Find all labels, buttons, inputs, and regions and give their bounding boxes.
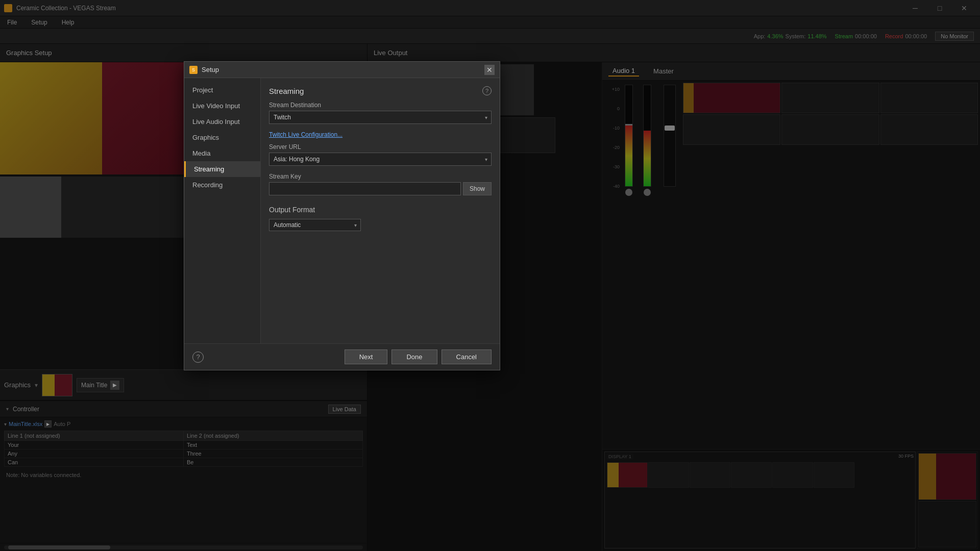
dialog-title-text: Setup [202,66,480,73]
done-button[interactable]: Done [391,349,437,364]
dialog-close-button[interactable]: ✕ [484,65,495,75]
stream-destination-label: Stream Destination [269,102,492,109]
setup-dialog: S Setup ✕ Project Live Video Input Live … [184,61,500,370]
server-url-select[interactable]: Asia: Hong Kong US West US East Europe [269,153,492,166]
stream-key-label: Stream Key [269,173,492,180]
output-format-title: Output Format [269,206,492,214]
dialog-icon: S [189,66,198,74]
stream-key-input[interactable] [269,182,461,195]
sidebar-item-project[interactable]: Project [184,82,260,98]
dialog-overlay: S Setup ✕ Project Live Video Input Live … [0,0,980,551]
dialog-footer: ? Next Done Cancel [184,343,500,370]
streaming-section-title: Streaming ? [269,86,492,95]
server-url-select-wrapper: Asia: Hong Kong US West US East Europe ▾ [269,153,492,166]
sidebar-item-media[interactable]: Media [184,145,260,161]
cancel-button[interactable]: Cancel [442,349,492,364]
sidebar-item-live-video-input[interactable]: Live Video Input [184,98,260,114]
dialog-sidebar: Project Live Video Input Live Audio Inpu… [184,78,261,343]
output-format-select[interactable]: Automatic 720p30 1080p30 1080p60 [269,219,361,231]
stream-destination-group: Stream Destination Twitch YouTube Facebo… [269,102,492,124]
twitch-config-link[interactable]: Twitch Live Configuration... [269,131,492,138]
sidebar-item-streaming[interactable]: Streaming [184,161,260,177]
sidebar-item-recording[interactable]: Recording [184,177,260,193]
stream-destination-select-wrapper: Twitch YouTube Facebook Live Custom RTMP… [269,111,492,124]
dialog-content: Streaming ? Stream Destination Twitch Yo… [261,78,500,343]
stream-key-input-row: Show [269,182,492,195]
dialog-body: Project Live Video Input Live Audio Inpu… [184,78,500,343]
show-stream-key-button[interactable]: Show [463,182,492,195]
server-url-label: Server URL [269,143,492,151]
help-icon[interactable]: ? [482,86,492,95]
footer-help-icon[interactable]: ? [192,352,204,363]
next-button[interactable]: Next [345,349,388,364]
stream-key-group: Stream Key Show [269,173,492,195]
footer-left: ? [192,352,340,363]
output-format-group: Output Format Automatic 720p30 1080p30 1… [269,206,492,231]
output-format-select-wrapper: Automatic 720p30 1080p30 1080p60 ▾ [269,219,361,231]
sidebar-item-live-audio-input[interactable]: Live Audio Input [184,114,260,130]
sidebar-item-graphics[interactable]: Graphics [184,130,260,145]
stream-destination-select[interactable]: Twitch YouTube Facebook Live Custom RTMP [269,111,492,124]
dialog-title-bar: S Setup ✕ [184,62,500,78]
server-url-group: Server URL Asia: Hong Kong US West US Ea… [269,143,492,166]
